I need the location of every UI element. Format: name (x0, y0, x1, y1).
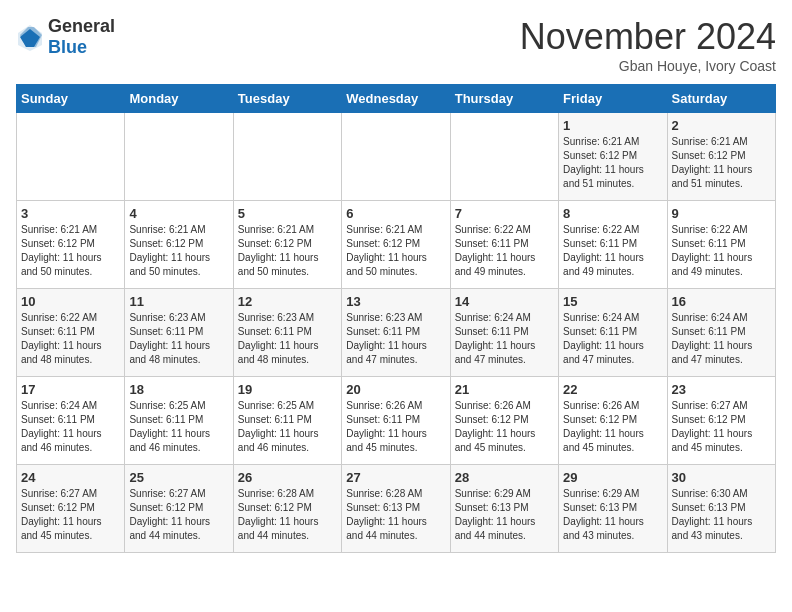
calendar-body: 1Sunrise: 6:21 AM Sunset: 6:12 PM Daylig… (17, 113, 776, 553)
day-info: Sunrise: 6:24 AM Sunset: 6:11 PM Dayligh… (21, 399, 120, 455)
header-day: Thursday (450, 85, 558, 113)
calendar-cell: 17Sunrise: 6:24 AM Sunset: 6:11 PM Dayli… (17, 377, 125, 465)
calendar-week-row: 3Sunrise: 6:21 AM Sunset: 6:12 PM Daylig… (17, 201, 776, 289)
day-info: Sunrise: 6:27 AM Sunset: 6:12 PM Dayligh… (21, 487, 120, 543)
day-info: Sunrise: 6:27 AM Sunset: 6:12 PM Dayligh… (129, 487, 228, 543)
calendar-week-row: 24Sunrise: 6:27 AM Sunset: 6:12 PM Dayli… (17, 465, 776, 553)
day-info: Sunrise: 6:22 AM Sunset: 6:11 PM Dayligh… (563, 223, 662, 279)
day-number: 7 (455, 206, 554, 221)
calendar-cell: 8Sunrise: 6:22 AM Sunset: 6:11 PM Daylig… (559, 201, 667, 289)
day-number: 27 (346, 470, 445, 485)
day-info: Sunrise: 6:22 AM Sunset: 6:11 PM Dayligh… (21, 311, 120, 367)
day-number: 25 (129, 470, 228, 485)
day-info: Sunrise: 6:23 AM Sunset: 6:11 PM Dayligh… (346, 311, 445, 367)
day-number: 18 (129, 382, 228, 397)
calendar-cell (17, 113, 125, 201)
day-number: 28 (455, 470, 554, 485)
logo: General Blue (16, 16, 115, 58)
calendar-cell: 20Sunrise: 6:26 AM Sunset: 6:11 PM Dayli… (342, 377, 450, 465)
day-number: 9 (672, 206, 771, 221)
header-row: SundayMondayTuesdayWednesdayThursdayFrid… (17, 85, 776, 113)
logo-blue: Blue (48, 37, 87, 57)
day-info: Sunrise: 6:29 AM Sunset: 6:13 PM Dayligh… (563, 487, 662, 543)
calendar-cell: 11Sunrise: 6:23 AM Sunset: 6:11 PM Dayli… (125, 289, 233, 377)
day-number: 1 (563, 118, 662, 133)
calendar-week-row: 1Sunrise: 6:21 AM Sunset: 6:12 PM Daylig… (17, 113, 776, 201)
day-number: 12 (238, 294, 337, 309)
day-info: Sunrise: 6:26 AM Sunset: 6:12 PM Dayligh… (563, 399, 662, 455)
day-number: 2 (672, 118, 771, 133)
calendar-subtitle: Gban Houye, Ivory Coast (520, 58, 776, 74)
day-info: Sunrise: 6:26 AM Sunset: 6:12 PM Dayligh… (455, 399, 554, 455)
calendar-week-row: 17Sunrise: 6:24 AM Sunset: 6:11 PM Dayli… (17, 377, 776, 465)
calendar-table: SundayMondayTuesdayWednesdayThursdayFrid… (16, 84, 776, 553)
header-day: Friday (559, 85, 667, 113)
calendar-cell: 23Sunrise: 6:27 AM Sunset: 6:12 PM Dayli… (667, 377, 775, 465)
calendar-cell: 7Sunrise: 6:22 AM Sunset: 6:11 PM Daylig… (450, 201, 558, 289)
calendar-cell: 1Sunrise: 6:21 AM Sunset: 6:12 PM Daylig… (559, 113, 667, 201)
calendar-cell: 19Sunrise: 6:25 AM Sunset: 6:11 PM Dayli… (233, 377, 341, 465)
day-info: Sunrise: 6:22 AM Sunset: 6:11 PM Dayligh… (672, 223, 771, 279)
calendar-cell: 6Sunrise: 6:21 AM Sunset: 6:12 PM Daylig… (342, 201, 450, 289)
day-info: Sunrise: 6:28 AM Sunset: 6:12 PM Dayligh… (238, 487, 337, 543)
day-info: Sunrise: 6:21 AM Sunset: 6:12 PM Dayligh… (563, 135, 662, 191)
calendar-cell: 10Sunrise: 6:22 AM Sunset: 6:11 PM Dayli… (17, 289, 125, 377)
day-number: 15 (563, 294, 662, 309)
day-info: Sunrise: 6:30 AM Sunset: 6:13 PM Dayligh… (672, 487, 771, 543)
day-info: Sunrise: 6:24 AM Sunset: 6:11 PM Dayligh… (455, 311, 554, 367)
calendar-cell: 29Sunrise: 6:29 AM Sunset: 6:13 PM Dayli… (559, 465, 667, 553)
calendar-cell (125, 113, 233, 201)
day-number: 5 (238, 206, 337, 221)
day-info: Sunrise: 6:26 AM Sunset: 6:11 PM Dayligh… (346, 399, 445, 455)
calendar-cell: 21Sunrise: 6:26 AM Sunset: 6:12 PM Dayli… (450, 377, 558, 465)
day-number: 26 (238, 470, 337, 485)
logo-icon (16, 23, 44, 51)
calendar-cell: 28Sunrise: 6:29 AM Sunset: 6:13 PM Dayli… (450, 465, 558, 553)
calendar-cell: 30Sunrise: 6:30 AM Sunset: 6:13 PM Dayli… (667, 465, 775, 553)
day-number: 23 (672, 382, 771, 397)
day-number: 30 (672, 470, 771, 485)
header-day: Sunday (17, 85, 125, 113)
calendar-cell (233, 113, 341, 201)
calendar-cell (342, 113, 450, 201)
calendar-cell: 2Sunrise: 6:21 AM Sunset: 6:12 PM Daylig… (667, 113, 775, 201)
calendar-cell: 12Sunrise: 6:23 AM Sunset: 6:11 PM Dayli… (233, 289, 341, 377)
header-day: Tuesday (233, 85, 341, 113)
day-number: 10 (21, 294, 120, 309)
calendar-cell: 27Sunrise: 6:28 AM Sunset: 6:13 PM Dayli… (342, 465, 450, 553)
day-number: 3 (21, 206, 120, 221)
header: General Blue November 2024 Gban Houye, I… (16, 16, 776, 74)
calendar-cell: 22Sunrise: 6:26 AM Sunset: 6:12 PM Dayli… (559, 377, 667, 465)
header-day: Saturday (667, 85, 775, 113)
day-info: Sunrise: 6:25 AM Sunset: 6:11 PM Dayligh… (129, 399, 228, 455)
day-number: 16 (672, 294, 771, 309)
logo-text: General Blue (48, 16, 115, 58)
calendar-week-row: 10Sunrise: 6:22 AM Sunset: 6:11 PM Dayli… (17, 289, 776, 377)
day-number: 22 (563, 382, 662, 397)
calendar-cell: 9Sunrise: 6:22 AM Sunset: 6:11 PM Daylig… (667, 201, 775, 289)
calendar-cell: 15Sunrise: 6:24 AM Sunset: 6:11 PM Dayli… (559, 289, 667, 377)
day-number: 6 (346, 206, 445, 221)
day-number: 24 (21, 470, 120, 485)
day-info: Sunrise: 6:27 AM Sunset: 6:12 PM Dayligh… (672, 399, 771, 455)
day-number: 13 (346, 294, 445, 309)
calendar-cell: 16Sunrise: 6:24 AM Sunset: 6:11 PM Dayli… (667, 289, 775, 377)
day-info: Sunrise: 6:24 AM Sunset: 6:11 PM Dayligh… (672, 311, 771, 367)
calendar-cell (450, 113, 558, 201)
calendar-title: November 2024 (520, 16, 776, 58)
day-info: Sunrise: 6:21 AM Sunset: 6:12 PM Dayligh… (238, 223, 337, 279)
calendar-cell: 5Sunrise: 6:21 AM Sunset: 6:12 PM Daylig… (233, 201, 341, 289)
day-number: 14 (455, 294, 554, 309)
calendar-cell: 25Sunrise: 6:27 AM Sunset: 6:12 PM Dayli… (125, 465, 233, 553)
day-number: 29 (563, 470, 662, 485)
day-info: Sunrise: 6:23 AM Sunset: 6:11 PM Dayligh… (129, 311, 228, 367)
day-info: Sunrise: 6:23 AM Sunset: 6:11 PM Dayligh… (238, 311, 337, 367)
day-number: 4 (129, 206, 228, 221)
day-number: 11 (129, 294, 228, 309)
day-info: Sunrise: 6:25 AM Sunset: 6:11 PM Dayligh… (238, 399, 337, 455)
day-info: Sunrise: 6:29 AM Sunset: 6:13 PM Dayligh… (455, 487, 554, 543)
day-number: 19 (238, 382, 337, 397)
day-info: Sunrise: 6:22 AM Sunset: 6:11 PM Dayligh… (455, 223, 554, 279)
calendar-cell: 3Sunrise: 6:21 AM Sunset: 6:12 PM Daylig… (17, 201, 125, 289)
calendar-header: SundayMondayTuesdayWednesdayThursdayFrid… (17, 85, 776, 113)
